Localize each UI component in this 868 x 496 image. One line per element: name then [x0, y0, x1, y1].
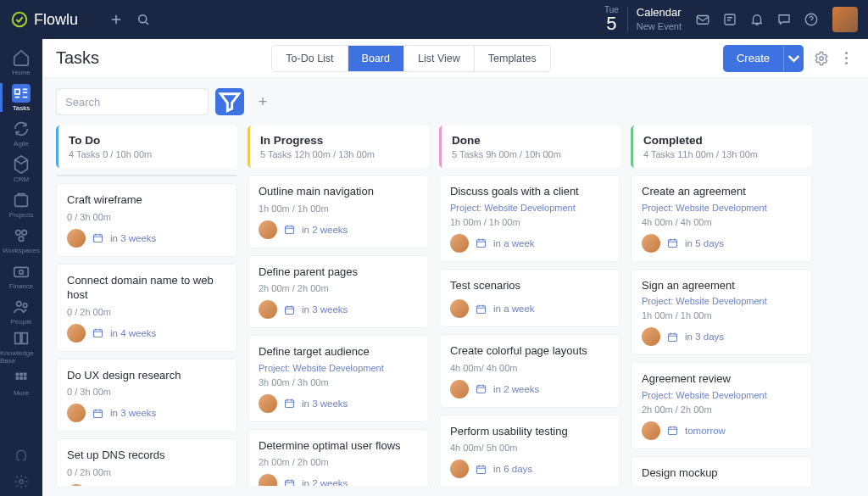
column-header[interactable]: In Progress5 Tasks 12h 00m / 13h 00m — [248, 125, 429, 168]
task-card[interactable]: Do UX design research0 / 3h 00min 3 week… — [56, 359, 237, 432]
task-card[interactable]: Test scenariosin a week — [439, 269, 620, 328]
card-time: 4h 00m / 5h 00m — [642, 484, 801, 486]
nav-item-crm[interactable]: CRM — [0, 151, 42, 187]
tab-todo-list[interactable]: To-Do List — [272, 46, 348, 71]
task-card[interactable]: Determine optimal user flows2h 00m / 2h … — [248, 429, 429, 486]
task-card[interactable]: Create an agreementProject: Website Deve… — [631, 175, 812, 262]
due-date: in 3 weeks — [302, 398, 348, 409]
brand-logo[interactable]: Flowlu — [10, 10, 78, 29]
topbar: Flowlu Tue 5 Calendar New Event — [0, 0, 868, 39]
assignee-avatar[interactable] — [259, 474, 277, 486]
card-time: 4h 00m/ 4h 00m — [450, 363, 609, 373]
tab-board[interactable]: Board — [348, 46, 404, 71]
settings-icon[interactable] — [14, 474, 29, 489]
nav-item-projects[interactable]: Projects — [0, 187, 42, 222]
add-icon[interactable] — [108, 12, 124, 27]
add-column-button[interactable]: + — [251, 90, 275, 114]
assignee-avatar[interactable] — [67, 404, 86, 422]
due-date: in 3 weeks — [302, 304, 348, 315]
svg-rect-17 — [19, 376, 23, 380]
finance-icon — [12, 262, 31, 281]
nav-item-home[interactable]: Home — [0, 44, 42, 80]
card-title: Test scenarios — [450, 278, 609, 293]
gear-icon[interactable] — [814, 51, 829, 66]
calendar-icon — [475, 463, 487, 476]
nav-item-kb[interactable]: Knowledge Base — [0, 329, 42, 365]
task-card[interactable]: Agreement reviewProject: Website Develop… — [631, 362, 812, 449]
assignee-avatar[interactable] — [67, 484, 86, 486]
nav-item-workspaces[interactable]: Workspaces — [0, 222, 42, 258]
svg-point-0 — [13, 13, 27, 27]
assignee-avatar[interactable] — [642, 421, 660, 440]
card-time: 0 / 3h 00m — [67, 212, 226, 222]
create-dropdown-icon[interactable] — [783, 45, 804, 72]
notes-icon[interactable] — [722, 12, 737, 27]
assignee-avatar[interactable] — [450, 299, 469, 318]
nav-item-more[interactable]: More — [0, 365, 42, 400]
more-icon — [12, 369, 31, 387]
more-icon[interactable] — [839, 51, 854, 66]
assignee-avatar[interactable] — [642, 234, 660, 253]
card-time: 2h 00m / 2h 00m — [642, 404, 801, 415]
calendar-icon — [92, 231, 104, 244]
nav-item-finance[interactable]: Finance — [0, 258, 42, 293]
calendar-icon — [92, 407, 104, 420]
assignee-avatar[interactable] — [259, 300, 277, 319]
task-card[interactable]: Outline main navigation1h 00m / 1h 00min… — [248, 175, 429, 248]
task-card[interactable]: Design mockup4h 00m / 5h 00min 2 days — [631, 456, 812, 486]
svg-point-12 — [23, 303, 27, 307]
card-title: Determine optimal user flows — [259, 438, 418, 454]
page-header: Tasks To-Do ListBoardList ViewTemplates … — [42, 39, 868, 78]
task-card[interactable]: Create colorful page layouts4h 00m/ 4h 0… — [439, 334, 620, 408]
svg-rect-36 — [669, 333, 677, 341]
column-header[interactable]: To Do4 Tasks 0 / 10h 00m — [56, 125, 237, 168]
svg-rect-27 — [286, 400, 294, 408]
svg-rect-2 — [697, 16, 709, 25]
task-card[interactable]: Set up DNS records0 / 2h 00min 4 weeks — [56, 438, 237, 486]
due-date: in a week — [493, 304, 535, 314]
svg-rect-23 — [94, 410, 103, 417]
user-avatar[interactable] — [832, 7, 858, 32]
card-title: Create an agreement — [642, 184, 801, 199]
search-icon[interactable] — [136, 12, 151, 27]
svg-rect-18 — [24, 376, 27, 380]
due-date: in 4 weeks — [110, 328, 156, 338]
task-card[interactable]: Define target audienceProject: Website D… — [248, 335, 429, 422]
due-date: in 3 weeks — [110, 408, 156, 418]
assignee-avatar[interactable] — [642, 327, 660, 346]
assignee-avatar[interactable] — [259, 394, 277, 413]
assignee-avatar[interactable] — [67, 229, 86, 248]
tab-list-view[interactable]: List View — [404, 46, 475, 71]
create-button[interactable]: Create — [723, 45, 804, 72]
task-card[interactable]: Discuss goals with a clientProject: Webs… — [439, 175, 620, 262]
left-nav: HomeTasksAgileCRMProjectsWorkspacesFinan… — [0, 39, 42, 496]
task-card[interactable]: Connect domain name to web host0 / 2h 00… — [56, 264, 237, 352]
assignee-avatar[interactable] — [450, 380, 469, 398]
assignee-avatar[interactable] — [259, 220, 277, 239]
svg-rect-9 — [14, 267, 29, 276]
mail-icon[interactable] — [695, 12, 710, 27]
task-card[interactable]: Craft wireframe0 / 3h 00min 3 weeks — [56, 183, 237, 257]
filter-button[interactable] — [215, 88, 244, 115]
calendar-icon — [283, 304, 296, 316]
assignee-avatar[interactable] — [450, 460, 469, 478]
svg-rect-15 — [24, 372, 27, 376]
support-icon[interactable] — [14, 449, 29, 464]
calendar-label: Calendar — [637, 6, 682, 20]
task-card[interactable]: Perform usability testing4h 00m/ 5h 00mi… — [439, 415, 620, 486]
date-block[interactable]: Tue 5 Calendar New Event — [604, 6, 682, 33]
column-header[interactable]: Done5 Tasks 9h 00m / 10h 00m — [439, 125, 620, 168]
nav-item-tasks[interactable]: Tasks — [0, 80, 42, 115]
column-header[interactable]: Completed4 Tasks 11h 00m / 13h 00m — [631, 125, 812, 168]
task-card[interactable]: Sign an agreementProject: Website Develo… — [631, 269, 812, 356]
tab-templates[interactable]: Templates — [475, 46, 550, 71]
bell-icon[interactable] — [749, 12, 765, 27]
nav-item-people[interactable]: People — [0, 293, 42, 329]
search-input[interactable] — [56, 88, 209, 115]
assignee-avatar[interactable] — [450, 234, 469, 253]
task-card[interactable]: Define parent pages2h 00m / 2h 00min 3 w… — [248, 255, 429, 329]
help-icon[interactable] — [804, 12, 819, 27]
nav-item-agile[interactable]: Agile — [0, 115, 42, 151]
chat-icon[interactable] — [776, 12, 792, 27]
assignee-avatar[interactable] — [67, 324, 86, 343]
